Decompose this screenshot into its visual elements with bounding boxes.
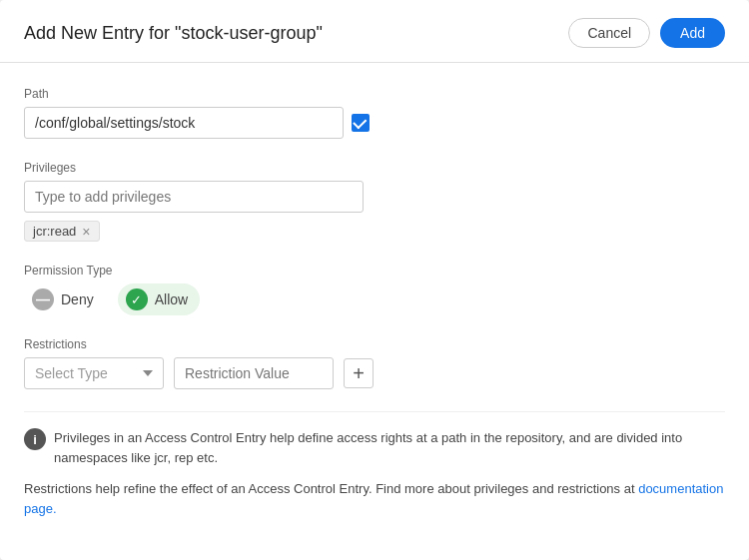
tag-container: jcr:read ×: [24, 221, 725, 242]
allow-label: Allow: [155, 291, 188, 307]
restrictions-group: Restrictions Select Type +: [24, 337, 725, 389]
dialog-title: Add New Entry for "stock-user-group": [24, 23, 323, 44]
deny-icon: —: [32, 288, 54, 310]
add-button[interactable]: Add: [660, 18, 725, 48]
info-section: i Privileges in an Access Control Entry …: [24, 411, 725, 518]
path-group: Path: [24, 87, 725, 139]
info-paragraph-1: Privileges in an Access Control Entry he…: [54, 428, 725, 467]
plus-icon: +: [353, 362, 365, 385]
permission-type-group: Permission Type — Deny ✓ Allow: [24, 264, 725, 315]
allow-icon-symbol: ✓: [131, 292, 142, 307]
tag-remove-button[interactable]: ×: [82, 225, 90, 239]
restrictions-row: Select Type +: [24, 357, 725, 389]
add-restriction-button[interactable]: +: [344, 358, 374, 388]
path-label: Path: [24, 87, 725, 101]
restrictions-label: Restrictions: [24, 337, 725, 351]
path-row: [24, 107, 725, 139]
dialog-header: Add New Entry for "stock-user-group" Can…: [0, 0, 749, 63]
info-paragraph-2-prefix: Restrictions help refine the effect of a…: [24, 481, 638, 496]
chevron-down-icon: [143, 370, 153, 376]
tag-label: jcr:read: [33, 224, 76, 239]
deny-label: Deny: [61, 291, 94, 307]
privileges-label: Privileges: [24, 161, 725, 175]
cancel-button[interactable]: Cancel: [568, 18, 650, 48]
permission-type-label: Permission Type: [24, 264, 725, 278]
privileges-group: Privileges jcr:read ×: [24, 161, 725, 242]
dialog-body: Path Privileges jcr:read × Permission Ty…: [0, 63, 749, 560]
allow-icon: ✓: [126, 288, 148, 310]
privileges-input[interactable]: [24, 181, 364, 213]
restriction-value-input[interactable]: [174, 357, 334, 389]
deny-option[interactable]: — Deny: [24, 283, 106, 315]
info-icon-row: i Privileges in an Access Control Entry …: [24, 428, 725, 467]
path-checkbox[interactable]: [352, 114, 370, 132]
deny-icon-symbol: —: [36, 291, 50, 307]
path-input[interactable]: [24, 107, 344, 139]
list-item: jcr:read ×: [24, 221, 100, 242]
header-actions: Cancel Add: [568, 18, 725, 48]
info-paragraph-2: Restrictions help refine the effect of a…: [24, 479, 725, 518]
allow-option[interactable]: ✓ Allow: [118, 283, 200, 315]
select-type-dropdown[interactable]: Select Type: [24, 357, 164, 389]
permission-type-row: — Deny ✓ Allow: [24, 283, 725, 315]
info-icon: i: [24, 428, 46, 450]
info-icon-symbol: i: [33, 432, 37, 447]
select-type-label: Select Type: [35, 365, 108, 381]
add-entry-dialog: Add New Entry for "stock-user-group" Can…: [0, 0, 749, 560]
